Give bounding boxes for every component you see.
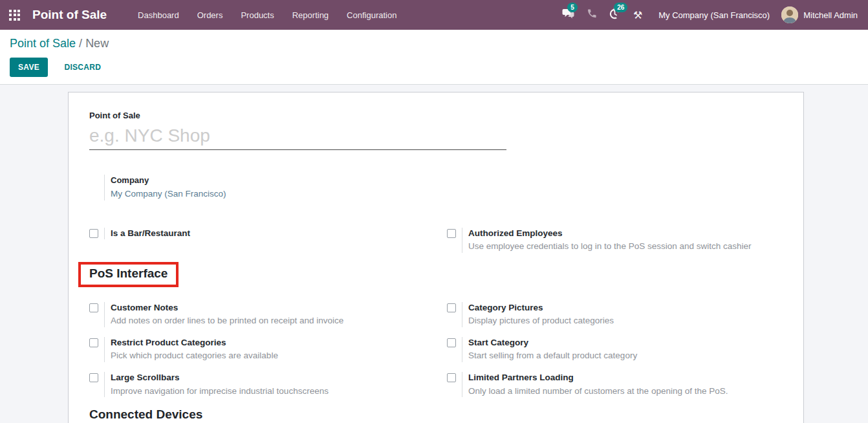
setting-category-pictures: Category Pictures Display pictures of pr… — [447, 302, 783, 327]
main-menu: Dashboard Orders Products Reporting Conf… — [129, 0, 406, 30]
category-pictures-checkbox[interactable] — [447, 303, 456, 312]
nav-item-configuration[interactable]: Configuration — [338, 0, 406, 30]
activities-badge: 26 — [614, 3, 627, 12]
nav-item-products[interactable]: Products — [232, 0, 283, 30]
general-settings-grid: Is a Bar/Restaurant Authorized Employees… — [89, 228, 783, 263]
customer-notes-checkbox[interactable] — [89, 303, 98, 312]
user-avatar — [781, 6, 798, 23]
setting-description: Start selling from a default product cat… — [468, 350, 637, 362]
setting-label[interactable]: Start Category — [468, 337, 637, 349]
setting-label[interactable]: Large Scrollbars — [111, 372, 329, 384]
setting-limited-partners-loading: Limited Partners Loading Only load a lim… — [447, 372, 783, 397]
phone-icon — [586, 8, 596, 21]
limited-partners-loading-checkbox[interactable] — [447, 373, 456, 382]
large-scrollbars-checkbox[interactable] — [89, 373, 98, 382]
company-field: Company My Company (San Francisco) — [104, 175, 783, 201]
apps-grid-icon[interactable] — [9, 10, 20, 21]
setting-label[interactable]: Restrict Product Categories — [111, 337, 278, 349]
nav-item-orders[interactable]: Orders — [188, 0, 232, 30]
discard-button[interactable]: DISCARD — [58, 58, 107, 77]
setting-description: Pick which product categories are availa… — [111, 350, 278, 362]
breadcrumb-parent-link[interactable]: Point of Sale — [10, 37, 76, 50]
nav-item-reporting[interactable]: Reporting — [283, 0, 338, 30]
company-label: Company — [111, 175, 783, 185]
pos-name-label: Point of Sale — [89, 111, 783, 120]
setting-label[interactable]: Limited Partners Loading — [468, 372, 728, 384]
setting-large-scrollbars: Large Scrollbars Improve navigation for … — [89, 372, 447, 397]
top-navbar: Point of Sale Dashboard Orders Products … — [0, 0, 868, 30]
tools-button[interactable]: ⚒ — [626, 0, 649, 30]
setting-start-category: Start Category Start selling from a defa… — [447, 337, 783, 362]
form-view-background: Point of Sale Company My Company (San Fr… — [0, 85, 868, 423]
pos-interface-heading-row: PoS Interface — [89, 263, 783, 287]
restrict-product-categories-checkbox[interactable] — [89, 338, 98, 347]
activities-button[interactable]: 26 — [603, 0, 626, 30]
form-sheet: Point of Sale Company My Company (San Fr… — [68, 92, 804, 423]
crossed-tools-icon: ⚒ — [633, 9, 642, 21]
breadcrumb-separator: / — [79, 37, 82, 50]
setting-customer-notes: Customer Notes Add notes on order lines … — [89, 302, 447, 327]
pos-interface-section-title: PoS Interface — [78, 262, 179, 287]
control-panel: Point of Sale / New SAVE DISCARD — [0, 30, 868, 85]
is-a-bar-restaurant-checkbox[interactable] — [89, 229, 98, 238]
company-value-link[interactable]: My Company (San Francisco) — [111, 189, 226, 199]
connected-devices-section-title: Connected Devices — [89, 407, 783, 422]
company-switcher[interactable]: My Company (San Francisco) — [649, 10, 781, 20]
setting-description: Display pictures of product categories — [468, 315, 614, 327]
setting-label[interactable]: Category Pictures — [468, 302, 614, 314]
save-button[interactable]: SAVE — [10, 58, 48, 77]
setting-description: Improve navigation for imprecise industr… — [111, 385, 329, 398]
setting-description: Add notes on order lines to be printed o… — [111, 315, 343, 327]
nav-item-dashboard[interactable]: Dashboard — [129, 0, 188, 30]
user-name: Mitchell Admin — [803, 10, 858, 20]
navbar-systray: 5 26 ⚒ My Company (San Francisco) — [556, 0, 858, 30]
setting-authorized-employees: Authorized Employees Use employee creden… — [447, 228, 783, 253]
setting-description: Only load a limited number of customers … — [468, 385, 728, 398]
pos-name-input[interactable] — [89, 125, 506, 150]
form-action-buttons: SAVE DISCARD — [10, 58, 858, 77]
breadcrumb-current: New — [85, 37, 109, 50]
pos-name-field: Point of Sale — [89, 111, 783, 150]
app-title[interactable]: Point of Sale — [32, 8, 107, 22]
messages-badge: 5 — [567, 3, 578, 12]
setting-description: Use employee credentials to log in to th… — [468, 241, 751, 253]
authorized-employees-checkbox[interactable] — [447, 229, 456, 238]
pos-interface-settings-grid: Customer Notes Add notes on order lines … — [89, 302, 783, 407]
breadcrumb: Point of Sale / New — [10, 37, 858, 50]
start-category-checkbox[interactable] — [447, 338, 456, 347]
setting-label[interactable]: Authorized Employees — [468, 228, 751, 239]
user-menu[interactable]: Mitchell Admin — [781, 6, 858, 23]
setting-restrict-product-categories: Restrict Product Categories Pick which p… — [89, 337, 447, 362]
setting-is-a-bar-restaurant: Is a Bar/Restaurant — [89, 228, 447, 253]
setting-label[interactable]: Customer Notes — [111, 302, 343, 314]
calls-button[interactable] — [580, 0, 603, 30]
messages-button[interactable]: 5 — [556, 0, 580, 30]
setting-label[interactable]: Is a Bar/Restaurant — [111, 228, 190, 239]
